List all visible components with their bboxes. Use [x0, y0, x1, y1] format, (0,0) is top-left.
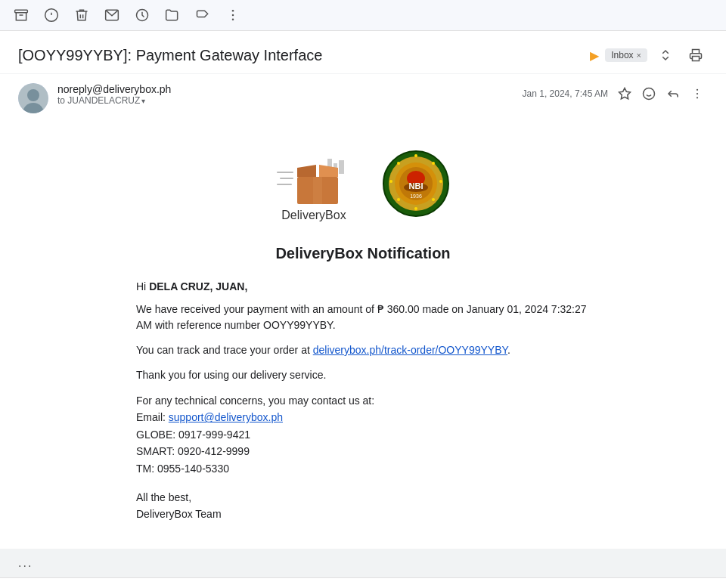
contact-section: For any technical concerns, you may cont…	[136, 392, 590, 477]
greeting: Hi DELA CRUZ, JUAN,	[136, 280, 590, 292]
email-body: DeliveryBox	[0, 122, 726, 549]
inbox-badge[interactable]: Inbox ×	[605, 48, 647, 62]
para2: You can track and trace your order at de…	[136, 342, 590, 358]
header-right-icons	[653, 43, 708, 67]
archive-icon[interactable]	[12, 6, 30, 24]
label-icon[interactable]	[194, 6, 212, 24]
sender-email: noreply@deliverybox.ph	[57, 83, 513, 95]
svg-point-8	[232, 19, 234, 21]
star-icon[interactable]	[614, 83, 635, 104]
expand-icon[interactable]	[653, 43, 678, 67]
sign-off: All the best, DeliveryBox Team	[136, 489, 590, 523]
globe-number: GLOBE: 0917-999-9421	[136, 426, 590, 443]
sender-to[interactable]: to JUANDELACRUZ ▾	[57, 95, 513, 106]
greeting-name: DELA CRUZ, JUAN,	[149, 280, 247, 292]
email-subject: [OOYY99YYBY]: Payment Gateway Interface	[18, 47, 584, 64]
svg-point-7	[232, 14, 234, 17]
avatar-body	[23, 103, 44, 113]
support-email-link[interactable]: support@deliverybox.ph	[169, 411, 283, 423]
svg-point-11	[644, 88, 655, 100]
top-toolbar	[0, 0, 726, 31]
action-bar: ↩ Reply ↪ Forward	[0, 577, 726, 588]
contact-prefix: For any technical concerns, you may cont…	[136, 392, 590, 409]
para2-suffix: .	[507, 344, 510, 356]
svg-point-38	[389, 180, 392, 183]
contact-email-row: Email: support@deliverybox.ph	[136, 409, 590, 426]
svg-text:1936: 1936	[410, 193, 422, 199]
inbox-badge-close[interactable]: ×	[637, 51, 641, 60]
svg-point-32	[414, 154, 417, 157]
emoji-reaction-icon[interactable]	[638, 83, 659, 104]
ellipsis-section[interactable]: ...	[0, 549, 726, 577]
svg-point-35	[432, 198, 435, 201]
nbi-seal: NBI 1936	[382, 150, 450, 218]
sender-meta: Jan 1, 2024, 7:45 AM	[523, 83, 708, 104]
svg-point-16	[697, 97, 698, 98]
svg-point-34	[439, 180, 442, 183]
chevron-down-icon: ▾	[141, 97, 145, 105]
meta-icons	[614, 83, 708, 104]
svg-point-37	[397, 198, 400, 201]
sender-to-label: to JUANDELACRUZ	[57, 95, 140, 106]
track-order-link[interactable]: deliverybox.ph/track-order/OOYY99YYBY	[313, 344, 507, 356]
email-container: [OOYY99YYBY]: Payment Gateway Interface …	[0, 31, 726, 588]
svg-rect-22	[339, 160, 344, 174]
sign-line2: DeliveryBox Team	[136, 506, 590, 522]
sender-info: noreply@deliverybox.ph to JUANDELACRUZ ▾	[57, 83, 513, 106]
email-content: DeliveryBox Notification Hi DELA CRUZ, J…	[136, 237, 590, 531]
email-label: Email:	[136, 411, 169, 423]
svg-rect-9	[693, 57, 700, 61]
deliverybox-name: DeliveryBox	[281, 209, 346, 222]
sender-row: noreply@deliverybox.ph to JUANDELACRUZ ▾…	[0, 74, 726, 122]
mail-icon[interactable]	[103, 6, 121, 24]
svg-point-6	[232, 10, 234, 11]
move-to-icon[interactable]	[163, 6, 182, 24]
spam-icon[interactable]	[42, 6, 60, 24]
nbi-seal-svg: NBI 1936	[382, 150, 450, 218]
svg-rect-0	[15, 10, 28, 12]
greeting-prefix: Hi	[136, 280, 149, 292]
deliverybox-icon	[276, 145, 352, 206]
avatar	[18, 83, 48, 113]
svg-point-39	[397, 162, 400, 165]
para1: We have received your payment with an am…	[136, 302, 590, 333]
svg-text:NBI: NBI	[409, 181, 424, 190]
snooze-icon[interactable]	[133, 6, 151, 24]
avatar-head	[27, 89, 39, 101]
email-header: [OOYY99YYBY]: Payment Gateway Interface …	[0, 31, 726, 74]
svg-point-15	[697, 93, 698, 94]
notification-title: DeliveryBox Notification	[136, 245, 590, 262]
svg-point-33	[432, 162, 435, 165]
sign-line1: All the best,	[136, 489, 590, 506]
more-options-icon[interactable]	[224, 6, 242, 24]
tm-number: TM: 0955-140-5330	[136, 460, 590, 477]
logo-section: DeliveryBox	[18, 122, 708, 237]
delete-icon[interactable]	[73, 6, 91, 24]
smart-number: SMART: 0920-412-9999	[136, 443, 590, 460]
print-icon[interactable]	[684, 43, 708, 67]
svg-marker-10	[619, 88, 631, 99]
reply-header-icon[interactable]	[662, 83, 684, 104]
deliverybox-logo: DeliveryBox	[276, 145, 352, 222]
para2-prefix: You can track and trace your order at	[136, 344, 313, 356]
more-email-icon[interactable]	[687, 83, 708, 104]
inbox-badge-label: Inbox	[611, 50, 633, 60]
svg-point-36	[414, 207, 417, 210]
svg-point-14	[697, 89, 698, 91]
email-timestamp: Jan 1, 2024, 7:45 AM	[523, 88, 608, 99]
forward-arrow: ▶	[590, 48, 599, 63]
para3: Thank you for using our delivery service…	[136, 367, 590, 383]
svg-rect-25	[313, 177, 322, 204]
